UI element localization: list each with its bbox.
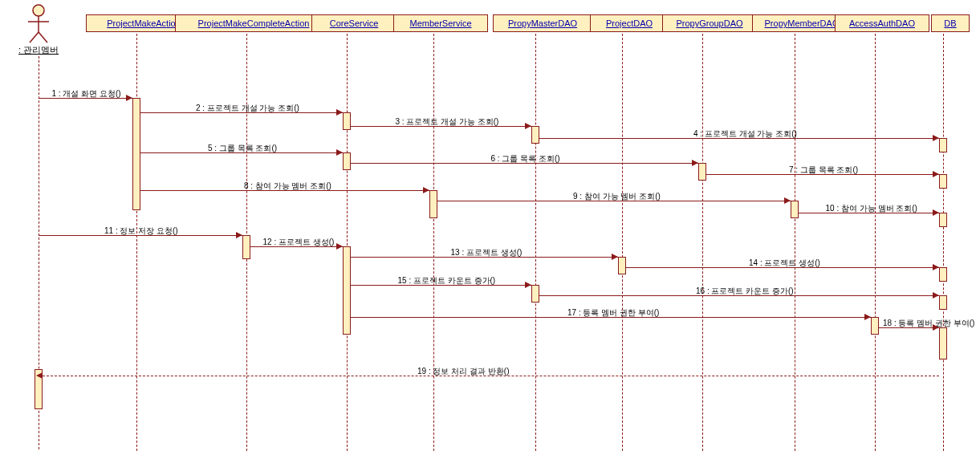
arrow-right-6 xyxy=(692,160,698,166)
lifeline-line-pmdao xyxy=(535,34,536,451)
svg-line-3 xyxy=(30,32,39,43)
activation-db-5 xyxy=(939,295,947,310)
actor-icon xyxy=(26,4,51,44)
arrow-right-7 xyxy=(933,171,939,177)
actor-label: : 관리멤버 xyxy=(18,44,59,56)
svg-point-0 xyxy=(33,5,44,16)
activation-pmca xyxy=(242,235,250,259)
activation-db-1 xyxy=(939,138,947,152)
activation-cs-2 xyxy=(343,152,351,170)
lifeline-line-pgdao xyxy=(702,34,703,451)
arrow-right-14 xyxy=(933,264,939,270)
activation-db-6 xyxy=(939,327,947,359)
lifeline-cs: CoreService xyxy=(311,14,396,32)
message-label-4: 4 : 프로젝트 개설 가능 조회() xyxy=(693,128,797,140)
lifeline-pdao: ProjectDAO xyxy=(590,14,669,32)
lifeline-line-db xyxy=(943,34,944,451)
message-label-15: 15 : 프로젝트 카운트 증가() xyxy=(398,275,496,286)
lifeline-pmca: ProjectMakeCompleteAction xyxy=(175,14,333,32)
arrow-right-15 xyxy=(525,282,531,288)
return-label: 19 : 정보 처리 결과 반환() xyxy=(417,366,509,377)
lifeline-line-cs xyxy=(347,34,348,451)
message-label-1: 1 : 개설 화면 요청() xyxy=(52,88,121,100)
lifeline-line-ms xyxy=(433,34,434,451)
arrow-right-2 xyxy=(336,109,343,116)
lifeline-line-aadao xyxy=(875,34,876,451)
sequence-diagram: : 관리멤버 ProjectMakeActionProjectMakeCompl… xyxy=(0,0,980,459)
lifeline-pmdao: PropyMasterDAO xyxy=(493,14,593,32)
activation-ms xyxy=(429,190,437,218)
message-label-7: 7 : 그룹 목록 조회() xyxy=(789,165,858,176)
arrow-right-10 xyxy=(933,209,939,216)
activation-pdao xyxy=(618,257,626,274)
activation-pma xyxy=(132,98,140,210)
return-arrow xyxy=(36,372,43,379)
message-label-8: 8 : 참여 가능 멤버 조회() xyxy=(244,181,331,192)
arrow-right-17 xyxy=(864,314,871,320)
arrow-right-1 xyxy=(126,95,132,101)
activation-pbdao xyxy=(791,201,799,218)
message-label-16: 16 : 프로젝트 카운트 증가() xyxy=(696,286,794,297)
activation-db-3 xyxy=(939,213,947,227)
lifeline-line-pma xyxy=(136,34,137,451)
lifeline-ms: MemberService xyxy=(393,14,489,32)
arrow-right-8 xyxy=(423,187,429,193)
activation-db-4 xyxy=(939,267,947,282)
activation-pmdao-2 xyxy=(531,285,539,303)
message-label-2: 2 : 프로젝트 개설 가능 조회() xyxy=(196,103,299,114)
message-label-6: 6 : 그룹 목록 조회() xyxy=(491,153,560,165)
message-label-10: 10 : 참여 가능 멤버 조회() xyxy=(826,203,917,214)
message-label-11: 11 : 정보 저장 요청() xyxy=(104,225,178,237)
lifeline-line-pdao xyxy=(622,34,623,451)
lifeline-pgdao: PropyGroupDAO xyxy=(662,14,758,32)
message-label-14: 14 : 프로젝트 생성() xyxy=(749,258,820,269)
svg-line-4 xyxy=(39,32,47,43)
arrow-right-5 xyxy=(336,149,343,156)
activation-cs-3 xyxy=(343,246,351,335)
activation-aadao xyxy=(871,317,879,335)
arrow-right-9 xyxy=(784,197,791,204)
message-label-12: 12 : 프로젝트 생성() xyxy=(263,237,335,248)
message-label-17: 17 : 등록 멤버 권한 부여() xyxy=(567,307,659,319)
arrow-right-13 xyxy=(612,254,618,260)
arrow-right-3 xyxy=(525,123,531,129)
activation-db-2 xyxy=(939,174,947,189)
activation-cs-1 xyxy=(343,112,351,130)
arrow-right-12 xyxy=(336,243,343,250)
activation-pmdao-1 xyxy=(531,126,539,144)
message-label-9: 9 : 참여 가능 멤버 조회() xyxy=(573,191,661,202)
message-label-5: 5 : 그룹 목록 조회() xyxy=(208,143,277,154)
message-label-13: 13 : 프로젝트 생성() xyxy=(451,247,523,258)
lifeline-line-pbdao xyxy=(795,34,795,451)
activation-pgdao xyxy=(698,163,706,181)
lifeline-db: DB xyxy=(931,14,970,32)
actor-admin-member: : 관리멤버 xyxy=(18,4,59,56)
lifeline-aadao: AccessAuthDAO xyxy=(835,14,930,32)
arrow-right-4 xyxy=(933,135,939,141)
message-label-18: 18 : 등록 멤버 권한 부여() xyxy=(883,318,974,329)
arrow-right-11 xyxy=(236,232,242,238)
message-label-3: 3 : 프로젝트 개설 가능 조회() xyxy=(396,116,499,128)
arrow-right-16 xyxy=(933,292,939,299)
